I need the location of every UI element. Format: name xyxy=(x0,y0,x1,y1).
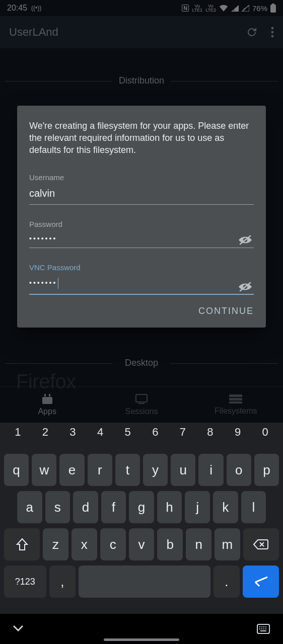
key-h[interactable]: h xyxy=(157,491,182,523)
key-q[interactable]: q xyxy=(4,454,29,486)
key-a[interactable]: a xyxy=(17,491,42,523)
key-w[interactable]: w xyxy=(32,454,56,486)
key-z[interactable]: z xyxy=(43,528,68,560)
collapse-keyboard-icon[interactable] xyxy=(13,625,23,632)
key-u[interactable]: u xyxy=(171,454,195,486)
num-8[interactable]: 8 xyxy=(196,426,224,448)
space-key[interactable] xyxy=(79,566,210,598)
svg-rect-20 xyxy=(263,626,264,627)
key-f[interactable]: f xyxy=(101,491,126,523)
kbd-row-4: ?123 , . xyxy=(0,566,283,598)
password-field: Password xyxy=(29,220,254,248)
key-c[interactable]: c xyxy=(100,528,126,560)
svg-rect-24 xyxy=(263,628,264,629)
svg-rect-26 xyxy=(260,630,266,631)
vnc-visibility-icon[interactable] xyxy=(239,282,252,292)
kbd-row-2: asdfghjkl xyxy=(0,491,283,523)
password-input[interactable] xyxy=(29,233,254,248)
key-t[interactable]: t xyxy=(115,454,140,486)
filesystem-dialog: We're creating a filesystem for your app… xyxy=(17,106,266,328)
key-o[interactable]: o xyxy=(227,454,251,486)
key-j[interactable]: j xyxy=(185,491,210,523)
num-6[interactable]: 6 xyxy=(142,426,169,448)
vnc-password-field: VNC Password ••••••• xyxy=(29,263,254,295)
text-cursor xyxy=(58,278,58,289)
key-b[interactable]: b xyxy=(157,528,183,560)
key-r[interactable]: r xyxy=(88,454,112,486)
switch-keyboard-icon[interactable] xyxy=(257,624,270,634)
key-i[interactable]: i xyxy=(198,454,223,486)
key-n[interactable]: n xyxy=(186,528,211,560)
svg-rect-23 xyxy=(261,628,262,629)
num-3[interactable]: 3 xyxy=(59,426,87,448)
num-4[interactable]: 4 xyxy=(87,426,114,448)
dialog-message: We're creating a filesystem for your app… xyxy=(29,120,254,156)
key-g[interactable]: g xyxy=(129,491,154,523)
gesture-bar[interactable] xyxy=(104,638,179,641)
svg-rect-18 xyxy=(259,626,260,627)
vnc-password-input[interactable]: ••••••• xyxy=(29,277,254,295)
svg-rect-22 xyxy=(259,628,260,629)
svg-rect-25 xyxy=(265,628,266,629)
key-v[interactable]: v xyxy=(129,528,155,560)
svg-rect-19 xyxy=(261,626,262,627)
username-input[interactable] xyxy=(29,187,254,205)
key-l[interactable]: l xyxy=(241,491,266,523)
key-x[interactable]: x xyxy=(72,528,97,560)
key-p[interactable]: p xyxy=(254,454,279,486)
kbd-row-3: zxcvbnm xyxy=(0,528,283,560)
enter-key[interactable] xyxy=(243,566,279,598)
password-label: Password xyxy=(29,220,254,228)
num-5[interactable]: 5 xyxy=(114,426,142,448)
num-1[interactable]: 1 xyxy=(4,426,32,448)
comma-key[interactable]: , xyxy=(49,566,76,598)
kbd-number-row: 1234567890 xyxy=(0,426,283,448)
key-e[interactable]: e xyxy=(59,454,84,486)
key-d[interactable]: d xyxy=(73,491,98,523)
backspace-key[interactable] xyxy=(243,528,279,560)
period-key[interactable]: . xyxy=(214,566,240,598)
continue-button[interactable]: CONTINUE xyxy=(198,306,254,316)
vnc-password-label: VNC Password xyxy=(29,263,254,272)
num-9[interactable]: 9 xyxy=(224,426,252,448)
shift-key[interactable] xyxy=(4,528,40,560)
system-nav-bar xyxy=(0,614,283,644)
symbols-key[interactable]: ?123 xyxy=(4,566,46,598)
key-s[interactable]: s xyxy=(45,491,70,523)
key-y[interactable]: y xyxy=(143,454,168,486)
svg-rect-21 xyxy=(265,626,266,627)
soft-keyboard: 1234567890 qwertyuiop asdfghjkl zxcvbnm … xyxy=(0,423,283,614)
password-visibility-icon[interactable] xyxy=(239,235,252,245)
username-field: Username xyxy=(29,173,254,205)
username-label: Username xyxy=(29,173,254,182)
kbd-row-1: qwertyuiop xyxy=(0,454,283,486)
key-k[interactable]: k xyxy=(213,491,238,523)
num-7[interactable]: 7 xyxy=(169,426,197,448)
num-2[interactable]: 2 xyxy=(32,426,59,448)
num-0[interactable]: 0 xyxy=(251,426,279,448)
key-m[interactable]: m xyxy=(215,528,240,560)
